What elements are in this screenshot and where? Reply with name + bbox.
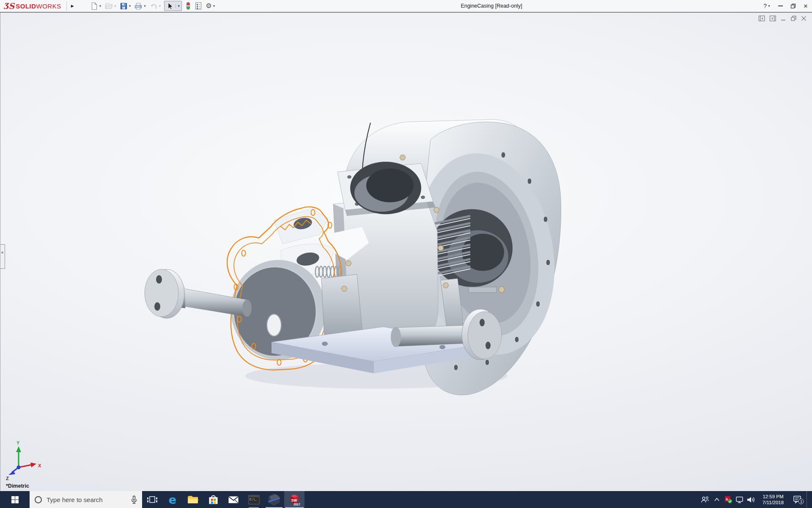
taskbar: e bbox=[0, 491, 812, 508]
document-restore-button[interactable] bbox=[790, 15, 797, 22]
solidworks-logo: ƷS SOLID WORKS bbox=[0, 0, 66, 12]
document-close-button[interactable] bbox=[801, 15, 807, 22]
window-controls: ? ▾ ✕ bbox=[760, 0, 812, 12]
microphone-icon[interactable] bbox=[130, 495, 138, 504]
rebuild-button[interactable] bbox=[184, 0, 193, 12]
graphics-area[interactable]: Y X Z *Dimetric bbox=[0, 12, 812, 491]
taskbar-app-command-prompt[interactable]: C:\_ bbox=[244, 491, 264, 508]
show-desktop-button[interactable] bbox=[807, 491, 812, 508]
mail-icon bbox=[228, 495, 239, 504]
window-title: EngineCasing [Read-only] bbox=[461, 0, 522, 12]
document-window-controls bbox=[758, 15, 807, 22]
undo-icon bbox=[149, 2, 158, 10]
minimize-button[interactable] bbox=[774, 0, 787, 12]
document-minimize-icon bbox=[780, 15, 787, 22]
dropdown-arrow-icon: ▾ bbox=[159, 4, 161, 8]
brand-text-solid: SOLID bbox=[16, 3, 36, 10]
help-button[interactable]: ? ▾ bbox=[760, 0, 774, 12]
store-icon bbox=[208, 494, 219, 505]
chevron-up-icon bbox=[713, 497, 720, 502]
close-icon: ✕ bbox=[804, 3, 808, 9]
speaker-icon bbox=[746, 496, 756, 504]
task-view-icon bbox=[146, 494, 158, 505]
restore-button[interactable] bbox=[787, 0, 799, 12]
x-axis-label: X bbox=[38, 463, 41, 468]
tray-clock[interactable]: 12:59 PM 7/11/2018 bbox=[757, 491, 790, 508]
taskbar-app-mail[interactable] bbox=[223, 491, 244, 508]
orientation-triad: Y X Z bbox=[5, 440, 46, 481]
people-icon bbox=[700, 495, 709, 504]
tray-volume-button[interactable] bbox=[745, 491, 757, 508]
brand-text-works: WORKS bbox=[36, 3, 61, 10]
tray-chevron-button[interactable] bbox=[711, 491, 722, 508]
x-axis-arrow bbox=[30, 463, 36, 468]
options-gear-icon: ⚙ bbox=[206, 3, 211, 9]
menu-flyout-arrow[interactable]: ▶ bbox=[68, 4, 77, 8]
cortana-icon bbox=[35, 496, 42, 503]
dropdown-arrow-icon[interactable]: ▾ bbox=[129, 4, 131, 8]
taskbar-app-solidworks[interactable]: SW 2017 bbox=[284, 491, 304, 508]
new-document-button[interactable]: ▾ bbox=[88, 0, 103, 12]
dropdown-arrow-icon: ▾ bbox=[768, 4, 770, 8]
featuremanager-collapsed-tab[interactable] bbox=[0, 244, 5, 269]
collapse-right-pane-button[interactable] bbox=[769, 15, 776, 22]
select-cursor-icon bbox=[166, 2, 174, 10]
taskbar-app-store[interactable] bbox=[203, 491, 223, 508]
featuremanager-tab-dot bbox=[1, 251, 3, 254]
solidworks-window: ƷS SOLID WORKS ▶ ▾ ▾ bbox=[0, 0, 812, 508]
dropdown-arrow-icon[interactable]: ▾ bbox=[99, 4, 102, 8]
save-icon bbox=[120, 2, 128, 10]
start-button[interactable] bbox=[0, 491, 30, 508]
notification-badge: 3 bbox=[800, 499, 802, 503]
taskbar-app-edge[interactable]: e bbox=[162, 491, 183, 508]
file-properties-button[interactable] bbox=[193, 0, 204, 12]
sw-year-label: 2017 bbox=[294, 503, 300, 506]
options-button[interactable]: ⚙ ▾ bbox=[204, 0, 217, 12]
rebuild-stoplight-icon bbox=[185, 2, 191, 10]
tray-solidworks-status-button[interactable]: S bbox=[722, 491, 734, 508]
select-tool-group: ▾ bbox=[164, 1, 182, 11]
titlebar: ƷS SOLID WORKS ▶ ▾ ▾ bbox=[0, 0, 812, 12]
dropdown-arrow-icon[interactable]: ▾ bbox=[144, 4, 146, 8]
solidworks-status-icon: S bbox=[724, 495, 732, 504]
y-axis-label: Y bbox=[16, 440, 20, 445]
select-tool-dropdown[interactable]: ▾ bbox=[176, 4, 181, 8]
cmd-label: C:\_ bbox=[250, 498, 257, 501]
taskbar-search[interactable] bbox=[30, 491, 142, 508]
open-button[interactable]: ▾ bbox=[103, 0, 118, 12]
help-icon: ? bbox=[763, 3, 767, 9]
disc-hole bbox=[267, 314, 281, 336]
dropdown-arrow-icon[interactable]: ▾ bbox=[213, 4, 215, 8]
select-tool-button[interactable] bbox=[165, 2, 176, 10]
undo-button[interactable]: ▾ bbox=[148, 0, 163, 12]
svg-text:S: S bbox=[726, 497, 728, 501]
windows-logo-icon bbox=[11, 496, 19, 503]
new-document-icon bbox=[90, 2, 98, 10]
file-properties-icon bbox=[195, 2, 202, 10]
action-center-button[interactable]: 3 bbox=[790, 491, 807, 508]
collapse-left-pane-button[interactable] bbox=[758, 15, 765, 22]
solidworks-app-icon: SW 2017 bbox=[288, 493, 301, 506]
close-button[interactable]: ✕ bbox=[799, 0, 812, 12]
taskbar-spacer bbox=[304, 491, 698, 508]
dropdown-arrow-icon: ▾ bbox=[114, 4, 116, 8]
taskbar-app-hexagon[interactable] bbox=[264, 491, 284, 508]
print-button[interactable]: ▾ bbox=[132, 0, 148, 12]
titlebar-separator bbox=[66, 1, 67, 11]
clock-date: 7/11/2018 bbox=[763, 500, 784, 505]
hexagon-app-icon bbox=[269, 494, 280, 506]
search-input[interactable] bbox=[46, 496, 126, 504]
task-view-button[interactable] bbox=[142, 491, 162, 508]
engine-casing-model[interactable] bbox=[0, 13, 812, 492]
collapse-left-pane-icon bbox=[758, 15, 765, 22]
open-icon bbox=[104, 2, 113, 10]
z-axis-label: Z bbox=[6, 476, 9, 481]
file-explorer-icon bbox=[187, 494, 199, 505]
save-button[interactable]: ▾ bbox=[118, 0, 133, 12]
people-button[interactable] bbox=[698, 491, 711, 508]
tray-network-button[interactable] bbox=[734, 491, 745, 508]
command-prompt-icon: C:\_ bbox=[248, 495, 260, 505]
taskbar-app-file-explorer[interactable] bbox=[183, 491, 203, 508]
y-axis-arrow bbox=[16, 446, 21, 452]
document-minimize-button[interactable] bbox=[780, 15, 787, 22]
